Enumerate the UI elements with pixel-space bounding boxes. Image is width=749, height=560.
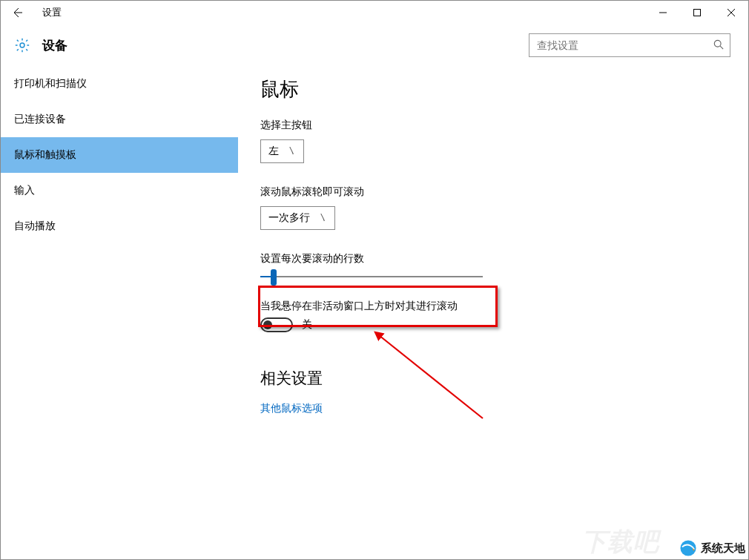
slider-thumb[interactable] <box>271 269 277 286</box>
lines-slider[interactable] <box>260 276 483 277</box>
chevron-down-icon: 〵 <box>319 214 327 223</box>
header: 设备 <box>1 24 748 66</box>
window-title: 设置 <box>29 6 62 19</box>
primary-button-label: 选择主按钮 <box>260 119 726 132</box>
hover-scroll-state: 关 <box>302 318 312 332</box>
search-box[interactable] <box>529 33 730 57</box>
search-icon <box>713 39 724 52</box>
watermark-faded: 下载吧 <box>581 525 659 559</box>
toggle-knob <box>263 320 272 329</box>
page-title: 鼠标 <box>260 76 726 102</box>
back-button[interactable] <box>5 1 29 24</box>
chevron-down-icon: 〵 <box>288 147 296 156</box>
svg-point-4 <box>20 43 24 47</box>
sidebar-item-label: 已连接设备 <box>14 113 66 126</box>
related-settings-title: 相关设置 <box>260 368 726 389</box>
svg-rect-1 <box>694 10 701 16</box>
lines-label: 设置每次要滚动的行数 <box>260 252 726 266</box>
sidebar-item-autoplay[interactable]: 自动播放 <box>1 208 238 244</box>
svg-point-5 <box>714 40 721 47</box>
sidebar-item-connected-devices[interactable]: 已连接设备 <box>1 102 238 137</box>
watermark-badge: 系统天地 <box>679 538 745 558</box>
sidebar-item-label: 打印机和扫描仪 <box>14 77 87 90</box>
sidebar-item-printers[interactable]: 打印机和扫描仪 <box>1 66 238 102</box>
other-mouse-options-link[interactable]: 其他鼠标选项 <box>260 402 726 415</box>
globe-icon <box>679 538 698 558</box>
search-input[interactable] <box>535 39 713 52</box>
minimize-button[interactable] <box>646 1 680 24</box>
primary-button-select[interactable]: 左 〵 <box>260 139 304 163</box>
watermark-text: 系统天地 <box>701 541 745 556</box>
titlebar: 设置 <box>1 1 748 24</box>
gear-icon <box>14 37 30 53</box>
sidebar-item-label: 输入 <box>14 184 35 197</box>
sidebar-item-typing[interactable]: 输入 <box>1 173 238 208</box>
scroll-mode-select[interactable]: 一次多行 〵 <box>260 206 335 230</box>
svg-line-6 <box>720 46 723 49</box>
sidebar-item-mouse-touchpad[interactable]: 鼠标和触摸板 <box>1 137 238 173</box>
scroll-mode-value: 一次多行 <box>268 211 310 225</box>
sidebar-item-label: 鼠标和触摸板 <box>14 148 76 162</box>
scroll-mode-label: 滚动鼠标滚轮即可滚动 <box>260 185 726 199</box>
content-pane: 鼠标 选择主按钮 左 〵 滚动鼠标滚轮即可滚动 一次多行 〵 设置每次要滚动的行… <box>238 66 748 559</box>
header-title: 设备 <box>42 37 67 54</box>
maximize-button[interactable] <box>680 1 714 24</box>
hover-scroll-label: 当我悬停在非活动窗口上方时对其进行滚动 <box>260 300 726 313</box>
sidebar-item-label: 自动播放 <box>14 220 56 233</box>
primary-button-value: 左 <box>268 145 279 158</box>
hover-scroll-toggle[interactable] <box>260 317 293 332</box>
sidebar: 打印机和扫描仪 已连接设备 鼠标和触摸板 输入 自动播放 <box>1 66 238 559</box>
settings-window: 设置 设备 打印机和扫描仪 已连接设备 <box>0 0 749 560</box>
close-button[interactable] <box>714 1 748 24</box>
